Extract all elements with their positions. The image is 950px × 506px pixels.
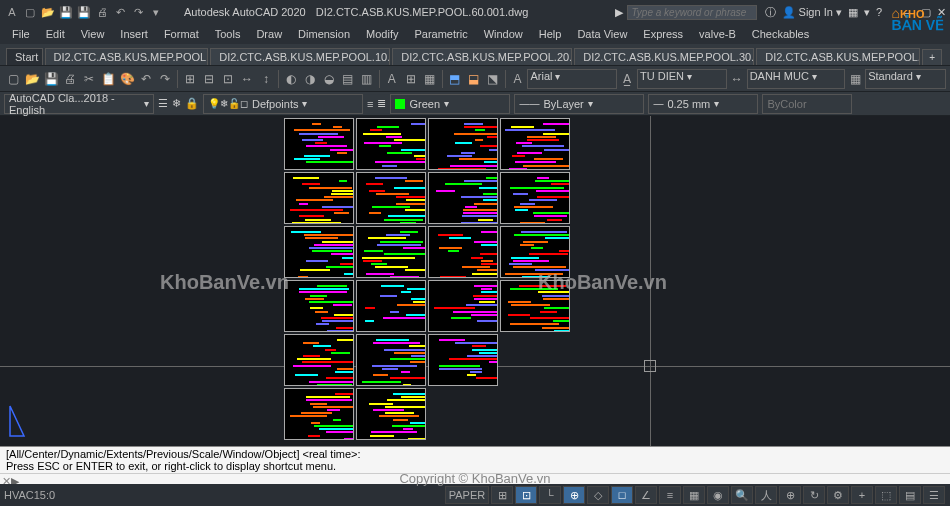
tool-icon[interactable]: 🎨 bbox=[118, 69, 136, 89]
status-annosync-icon[interactable]: ↻ bbox=[803, 486, 825, 504]
layer-state-icon[interactable]: ❄ bbox=[172, 97, 181, 110]
tool-icon[interactable]: ↕ bbox=[257, 69, 275, 89]
status-qp-icon[interactable]: ▤ bbox=[899, 486, 921, 504]
saveas-icon[interactable]: 💾 bbox=[76, 4, 92, 20]
status-iso-icon[interactable]: ◇ bbox=[587, 486, 609, 504]
tab-doc-2[interactable]: DI2.CTC.ASB.KUS.MEP.POOL.10.001*× bbox=[210, 48, 390, 65]
status-coords[interactable]: HVAC15:0 bbox=[4, 489, 55, 501]
tool-icon[interactable]: ▥ bbox=[358, 69, 376, 89]
plot-icon[interactable]: 🖨 bbox=[94, 4, 110, 20]
tool-icon[interactable]: 📋 bbox=[99, 69, 117, 89]
font-combo[interactable]: Arial ▾ bbox=[527, 69, 617, 89]
menu-help[interactable]: Help bbox=[531, 28, 570, 40]
lineweight-combo[interactable]: — 0.25 mm ▾ bbox=[648, 94, 758, 114]
new-icon[interactable]: ▢ bbox=[22, 4, 38, 20]
dimstyle-combo[interactable]: DANH MUC ▾ bbox=[747, 69, 845, 89]
status-ortho-icon[interactable]: └ bbox=[539, 486, 561, 504]
status-polar-icon[interactable]: ⊕ bbox=[563, 486, 585, 504]
dimstyle-icon[interactable]: ↔ bbox=[728, 69, 746, 89]
textstyle-combo[interactable]: TU DIEN ▾ bbox=[637, 69, 727, 89]
menu-parametric[interactable]: Parametric bbox=[406, 28, 475, 40]
tool-icon[interactable]: ⊡ bbox=[219, 69, 237, 89]
color-combo[interactable]: Green ▾ bbox=[390, 94, 510, 114]
exchange-icon[interactable]: ▦ bbox=[848, 6, 858, 19]
open-icon[interactable]: 📂 bbox=[40, 4, 56, 20]
signin-button[interactable]: 👤 Sign In ▾ bbox=[782, 6, 842, 19]
search-input[interactable] bbox=[627, 5, 757, 20]
status-annomon-icon[interactable]: + bbox=[851, 486, 873, 504]
undo-icon[interactable]: ↶ bbox=[112, 4, 128, 20]
menu-format[interactable]: Format bbox=[156, 28, 207, 40]
tool-icon[interactable]: ▤ bbox=[339, 69, 357, 89]
tool-icon[interactable]: 💾 bbox=[42, 69, 60, 89]
layer-combo[interactable]: 💡❄🔓◻ Defpoints ▾ bbox=[203, 94, 363, 114]
tool-icon[interactable]: ⊞ bbox=[402, 69, 420, 89]
tab-doc-1[interactable]: DI2.CTC.ASB.KUS.MEP.POOL.00*× bbox=[45, 48, 209, 65]
status-transp-icon[interactable]: ▦ bbox=[683, 486, 705, 504]
status-annoscale-icon[interactable]: 🔍 bbox=[731, 486, 753, 504]
qat-dropdown-icon[interactable]: ▾ bbox=[148, 4, 164, 20]
layer-tool-icon[interactable]: ≣ bbox=[377, 97, 386, 110]
help-dropdown-icon[interactable]: ▾ bbox=[864, 6, 870, 19]
textstyle-icon[interactable]: A̲ bbox=[618, 69, 636, 89]
status-addscale-icon[interactable]: ⊕ bbox=[779, 486, 801, 504]
menu-valve-b[interactable]: valve-B bbox=[691, 28, 744, 40]
tab-doc-5[interactable]: DI2.CTC.ASB.KUS.MEP.POOL.60.00 bbox=[756, 48, 920, 65]
menu-edit[interactable]: Edit bbox=[38, 28, 73, 40]
status-snap-icon[interactable]: ⊡ bbox=[515, 486, 537, 504]
layer-icon[interactable]: ☰ bbox=[158, 97, 168, 110]
share-icon[interactable]: ▶ bbox=[615, 6, 623, 19]
status-lock-icon[interactable]: ☰ bbox=[923, 486, 945, 504]
menu-modify[interactable]: Modify bbox=[358, 28, 406, 40]
drawing-canvas[interactable]: KhoBanVe.vn KhoBanVe.vn bbox=[0, 116, 950, 446]
infocenter-icon[interactable]: ⓘ bbox=[765, 5, 776, 20]
tool-icon[interactable]: ↶ bbox=[137, 69, 155, 89]
tab-doc-4[interactable]: DI2.CTC.ASB.KUS.MEP.POOL.30.001*× bbox=[574, 48, 754, 65]
menu-window[interactable]: Window bbox=[476, 28, 531, 40]
tool-icon[interactable]: ◐ bbox=[282, 69, 300, 89]
tablestyle-combo[interactable]: Standard ▾ bbox=[865, 69, 946, 89]
status-otrack-icon[interactable]: ∠ bbox=[635, 486, 657, 504]
tool-icon[interactable]: ▢ bbox=[4, 69, 22, 89]
status-annoviz-icon[interactable]: 人 bbox=[755, 486, 777, 504]
text-tool-icon[interactable]: A bbox=[508, 69, 526, 89]
new-tab-button[interactable]: + bbox=[922, 49, 942, 65]
status-lwt-icon[interactable]: ≡ bbox=[659, 486, 681, 504]
tool-icon[interactable]: ⬓ bbox=[465, 69, 483, 89]
status-osnap-icon[interactable]: □ bbox=[611, 486, 633, 504]
tool-icon[interactable]: 📂 bbox=[23, 69, 41, 89]
status-ws-icon[interactable]: ⚙ bbox=[827, 486, 849, 504]
layer-tool-icon[interactable]: ≡ bbox=[367, 98, 373, 110]
tab-doc-3[interactable]: DI2.CTC.ASB.KUS.MEP.POOL.20.201*× bbox=[392, 48, 572, 65]
tool-icon[interactable]: ◑ bbox=[301, 69, 319, 89]
menu-checkables[interactable]: Checkables bbox=[744, 28, 817, 40]
tool-icon[interactable]: ◒ bbox=[320, 69, 338, 89]
menu-express[interactable]: Express bbox=[635, 28, 691, 40]
tool-icon[interactable]: ⬒ bbox=[446, 69, 464, 89]
menu-view[interactable]: View bbox=[73, 28, 113, 40]
autocad-logo-icon[interactable]: A bbox=[4, 4, 20, 20]
menu-dataview[interactable]: Data View bbox=[569, 28, 635, 40]
redo-icon[interactable]: ↷ bbox=[130, 4, 146, 20]
layer-icon[interactable]: 🔒 bbox=[185, 97, 199, 110]
tool-icon[interactable]: ↷ bbox=[156, 69, 174, 89]
menu-insert[interactable]: Insert bbox=[112, 28, 156, 40]
menu-draw[interactable]: Draw bbox=[248, 28, 290, 40]
tab-start[interactable]: Start bbox=[6, 48, 43, 65]
save-icon[interactable]: 💾 bbox=[58, 4, 74, 20]
tool-icon[interactable]: ⊞ bbox=[181, 69, 199, 89]
tool-icon[interactable]: 🖨 bbox=[61, 69, 79, 89]
tablestyle-icon[interactable]: ▦ bbox=[846, 69, 864, 89]
status-grid-icon[interactable]: ⊞ bbox=[491, 486, 513, 504]
tool-icon[interactable]: ⬔ bbox=[484, 69, 502, 89]
plotstyle-combo[interactable]: ByColor bbox=[762, 94, 852, 114]
menu-file[interactable]: File bbox=[4, 28, 38, 40]
workspace-combo[interactable]: AutoCAD Cla...2018 - English ▾ bbox=[4, 94, 154, 114]
linetype-combo[interactable]: —— ByLayer ▾ bbox=[514, 94, 644, 114]
menu-dimension[interactable]: Dimension bbox=[290, 28, 358, 40]
tool-icon[interactable]: ✂ bbox=[80, 69, 98, 89]
help-icon[interactable]: ? bbox=[876, 6, 882, 18]
tool-icon[interactable]: ⊟ bbox=[200, 69, 218, 89]
tool-icon[interactable]: A bbox=[383, 69, 401, 89]
menu-tools[interactable]: Tools bbox=[207, 28, 249, 40]
